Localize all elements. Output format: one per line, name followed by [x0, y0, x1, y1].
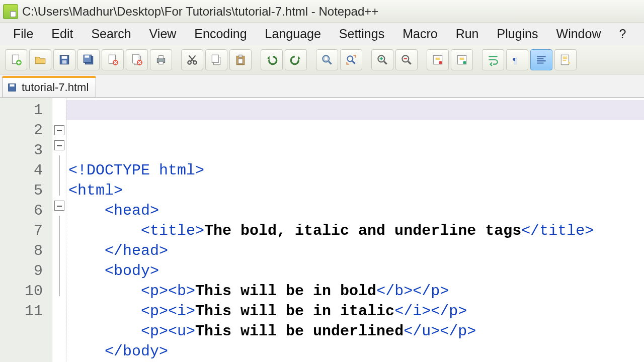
menu-window[interactable]: Window: [547, 23, 610, 45]
fold-guide: [59, 256, 60, 276]
code-line[interactable]: <head>: [68, 201, 644, 221]
line-number: 3: [0, 140, 43, 160]
line-number: 6: [0, 201, 43, 221]
svg-rect-21: [239, 55, 243, 57]
code-line[interactable]: <body>: [68, 261, 644, 281]
fold-toggle-icon[interactable]: [54, 140, 64, 150]
editor[interactable]: 1234567891011 <!DOCTYPE html><html> <hea…: [0, 98, 644, 362]
paste-icon[interactable]: [229, 49, 252, 70]
menu-search[interactable]: Search: [82, 23, 140, 45]
code-line[interactable]: <p><i>This will be in italic</i></p>: [68, 301, 644, 321]
save-icon[interactable]: [53, 49, 75, 70]
line-number: 1: [0, 100, 43, 120]
line-number: 9: [0, 261, 43, 281]
code-line[interactable]: <!DOCTYPE html>: [68, 160, 644, 180]
new-file-icon[interactable]: [5, 49, 27, 70]
menu-macro[interactable]: Macro: [393, 23, 446, 45]
tab-bar: tutorial-7.html: [0, 74, 644, 98]
line-number: 8: [0, 241, 43, 261]
save-all-icon[interactable]: [77, 49, 100, 70]
svg-point-31: [463, 61, 466, 64]
code-area[interactable]: <!DOCTYPE html><html> <head> <title>The …: [66, 98, 644, 362]
app-icon: [3, 4, 18, 19]
cut-icon[interactable]: [181, 49, 203, 70]
svg-rect-7: [85, 55, 89, 57]
menu-run[interactable]: Run: [447, 23, 488, 45]
find-icon[interactable]: [316, 49, 338, 70]
fold-guide: [59, 216, 60, 236]
svg-point-29: [439, 61, 442, 64]
line-number: 2: [0, 120, 43, 140]
menu-view[interactable]: View: [140, 23, 186, 45]
print-icon[interactable]: [150, 49, 172, 70]
svg-text:¶: ¶: [513, 55, 517, 65]
line-number-gutter: 1234567891011: [0, 98, 52, 362]
menu-settings[interactable]: Settings: [330, 23, 393, 45]
menu-bar: FileEditSearchViewEncodingLanguageSettin…: [0, 23, 644, 45]
copy-icon[interactable]: [205, 49, 227, 70]
open-file-icon[interactable]: [29, 49, 51, 70]
sync-v-icon[interactable]: [427, 49, 449, 70]
menu-[interactable]: ?: [610, 23, 635, 45]
line-number: 11: [0, 301, 43, 321]
fold-guide: [59, 175, 60, 196]
fold-column[interactable]: [52, 98, 66, 362]
line-number: 10: [0, 281, 43, 301]
fold-guide: [59, 155, 60, 175]
menu-encoding[interactable]: Encoding: [185, 23, 256, 45]
title-bar: C:\Users\Madhur\Desktop\For Tutorials\tu…: [0, 0, 644, 23]
fold-guide: [59, 236, 60, 256]
file-saved-icon: [7, 82, 18, 93]
svg-rect-35: [10, 84, 14, 87]
line-number: 7: [0, 221, 43, 241]
close-icon[interactable]: [102, 49, 124, 70]
tab-label: tutorial-7.html: [22, 81, 89, 94]
fold-toggle-icon[interactable]: [54, 201, 64, 211]
toolbar: ¶: [0, 45, 644, 74]
code-line[interactable]: <p><u>This will be underlined</u></p>: [68, 321, 644, 341]
menu-edit[interactable]: Edit: [42, 23, 82, 45]
code-line[interactable]: <p><b>This will be in bold</b></p>: [68, 281, 644, 301]
show-all-chars-icon[interactable]: ¶: [506, 49, 528, 70]
svg-rect-24: [325, 57, 328, 60]
menu-language[interactable]: Language: [256, 23, 330, 45]
svg-rect-3: [62, 56, 67, 58]
svg-rect-22: [238, 58, 243, 63]
line-number: 5: [0, 180, 43, 201]
line-number: 4: [0, 160, 43, 180]
window-title: C:\Users\Madhur\Desktop\For Tutorials\tu…: [22, 5, 378, 19]
sync-h-icon[interactable]: [451, 49, 473, 70]
svg-rect-15: [159, 61, 164, 64]
code-line[interactable]: </body>: [68, 341, 644, 361]
fold-toggle-icon[interactable]: [54, 125, 64, 135]
svg-point-25: [347, 56, 353, 61]
word-wrap-icon[interactable]: [482, 49, 504, 70]
close-all-icon[interactable]: [126, 49, 148, 70]
undo-icon[interactable]: [261, 49, 283, 70]
menu-plugins[interactable]: Plugins: [488, 23, 547, 45]
code-line[interactable]: <html>: [68, 180, 644, 201]
current-line-highlight: [66, 100, 644, 120]
indent-guide-icon[interactable]: [530, 49, 552, 70]
svg-rect-4: [62, 60, 67, 64]
doc-map-icon[interactable]: [554, 49, 577, 70]
replace-icon[interactable]: [340, 49, 362, 70]
code-line[interactable]: <title>The bold, italic and underline ta…: [68, 221, 644, 241]
fold-guide: [59, 276, 60, 296]
svg-rect-14: [159, 55, 164, 59]
redo-icon[interactable]: [285, 49, 307, 70]
zoom-out-icon[interactable]: [395, 49, 418, 70]
zoom-in-icon[interactable]: [371, 49, 393, 70]
svg-rect-19: [212, 55, 218, 62]
tab-tutorial-7-html[interactable]: tutorial-7.html: [2, 76, 96, 97]
menu-file[interactable]: File: [4, 23, 42, 45]
code-line[interactable]: </head>: [68, 241, 644, 261]
